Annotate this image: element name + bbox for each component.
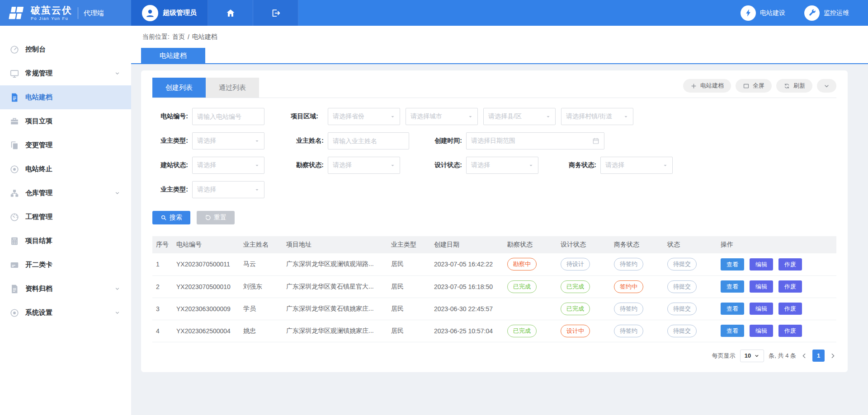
- status-badge: 待提交: [667, 258, 697, 270]
- status-badge: 待提交: [667, 280, 697, 293]
- edit-button[interactable]: 编辑: [750, 303, 773, 315]
- breadcrumb-prefix: 当前位置:: [142, 33, 170, 41]
- edit-button[interactable]: 编辑: [750, 258, 773, 270]
- sidebar-item-system-settings[interactable]: 系统设置: [0, 301, 131, 325]
- caret-down-icon: [546, 114, 551, 119]
- record-icon: [9, 308, 19, 318]
- search-icon: [160, 214, 167, 221]
- chevron-down-icon: [114, 190, 120, 196]
- collapse-button[interactable]: [817, 79, 836, 93]
- sidebar-item-project-settlement[interactable]: 项目结算: [0, 229, 131, 253]
- province-select[interactable]: 请选择省份: [328, 108, 400, 125]
- sidebar-item-project-initiation[interactable]: 项目立项: [0, 109, 131, 133]
- prev-page-button[interactable]: [801, 352, 808, 359]
- void-button[interactable]: 作废: [778, 280, 802, 293]
- card-icon: [9, 260, 19, 270]
- void-button[interactable]: 作废: [778, 325, 802, 337]
- void-button[interactable]: 作废: [778, 303, 802, 315]
- current-page-button[interactable]: 1: [812, 350, 825, 362]
- owner-type2-select[interactable]: 请选择: [192, 181, 264, 198]
- sidebar-item-station-termination[interactable]: 电站终止: [0, 157, 131, 181]
- panel-tabs: 创建列表通过列表: [152, 78, 259, 98]
- edit-button[interactable]: 编辑: [750, 280, 773, 293]
- wrench-icon: [808, 9, 816, 17]
- county-select[interactable]: 请选择县/区: [483, 108, 556, 125]
- reset-button[interactable]: 重置: [197, 211, 235, 224]
- home-icon: [226, 8, 236, 18]
- view-button[interactable]: 查看: [721, 280, 744, 293]
- create-time-label: 创建时间:: [426, 137, 466, 145]
- edit-button[interactable]: 编辑: [750, 325, 773, 337]
- sidebar-item-change-mgmt[interactable]: 变更管理: [0, 133, 131, 157]
- monitor-icon: [9, 69, 19, 79]
- status-badge: 勘察中: [507, 258, 537, 270]
- view-button[interactable]: 查看: [721, 258, 744, 270]
- column-header: 操作: [717, 236, 836, 253]
- home-button[interactable]: [208, 0, 253, 26]
- sidebar-item-engineering-mgmt[interactable]: 工程管理: [0, 205, 131, 229]
- page-size-select[interactable]: 10: [740, 350, 764, 362]
- sidebar: 控制台常规管理电站建档项目立项变更管理电站终止仓库管理工程管理项目结算开二类卡资…: [0, 26, 131, 415]
- sidebar-item-console[interactable]: 控制台: [0, 37, 131, 61]
- status-badge: 签约中: [614, 280, 643, 293]
- total-count-label: 条, 共 4 条: [769, 352, 796, 360]
- survey-status-select[interactable]: 请选择: [328, 157, 400, 174]
- breadcrumb-current: 电站建档: [192, 33, 217, 41]
- refresh-button[interactable]: 刷新: [776, 79, 812, 93]
- user-name: 超级管理员: [163, 9, 197, 17]
- survey-status-label: 勘察状态:: [288, 161, 328, 169]
- sidebar-item-type2-card[interactable]: 开二类卡: [0, 253, 131, 277]
- status-badge: 设计中: [561, 325, 590, 337]
- view-button[interactable]: 查看: [721, 325, 744, 337]
- caret-down-icon: [390, 163, 395, 168]
- city-select[interactable]: 请选择城市: [406, 108, 478, 125]
- station-no-input[interactable]: [197, 113, 259, 120]
- sidebar-item-warehouse-mgmt[interactable]: 仓库管理: [0, 181, 131, 205]
- logout-button[interactable]: [253, 0, 298, 26]
- breadcrumb-home-link[interactable]: 首页: [172, 33, 185, 41]
- avatar: [142, 5, 158, 21]
- sidebar-item-station-archive[interactable]: 电站建档: [0, 85, 131, 109]
- caret-down-icon: [255, 187, 259, 192]
- design-status-select[interactable]: 请选择: [466, 157, 538, 174]
- caret-down-icon: [390, 114, 395, 119]
- sidebar-item-general-mgmt[interactable]: 常规管理: [0, 61, 131, 85]
- sidebar-item-data-archive[interactable]: 资料归档: [0, 277, 131, 301]
- reset-icon: [205, 214, 211, 221]
- column-header: 序号: [152, 236, 173, 253]
- brand-subtitle: Po Jian Yun Fu: [31, 17, 72, 21]
- owner-type-select[interactable]: 请选择: [192, 132, 264, 149]
- tab-passed-list[interactable]: 通过列表: [206, 78, 259, 98]
- quick-link-monitor-ops[interactable]: 监控运维: [804, 5, 849, 21]
- search-button[interactable]: 搜索: [152, 211, 190, 224]
- business-status-select[interactable]: 请选择: [600, 157, 673, 174]
- chevron-down-icon: [114, 286, 120, 292]
- status-badge: 待签约: [614, 258, 643, 270]
- business-status-label: 商务状态:: [561, 161, 600, 169]
- new-station-button[interactable]: 电站建档: [683, 79, 731, 93]
- town-select[interactable]: 请选择村镇/街道: [561, 108, 633, 125]
- panel-toolbar: 电站建档全屏刷新: [683, 79, 836, 93]
- void-button[interactable]: 作废: [778, 258, 802, 270]
- date-range-picker[interactable]: 请选择日期范围: [466, 132, 604, 149]
- caret-down-icon: [663, 163, 668, 168]
- chevron-down-icon: [823, 83, 830, 89]
- fullscreen-button[interactable]: 全屏: [736, 79, 772, 93]
- page-tab-station-archive[interactable]: 电站建档: [141, 48, 205, 63]
- quick-link-station-build[interactable]: 电站建设: [741, 5, 785, 21]
- status-badge: 待提交: [667, 325, 697, 337]
- owner-name-input[interactable]: [333, 137, 404, 145]
- caret-down-icon: [468, 114, 473, 119]
- tab-create-list[interactable]: 创建列表: [152, 78, 206, 98]
- calculator-icon: [9, 236, 19, 246]
- user-menu[interactable]: 超级管理员: [131, 0, 208, 26]
- view-button[interactable]: 查看: [721, 303, 744, 315]
- panel-card: 创建列表通过列表 电站建档全屏刷新 电站编号:: [141, 70, 848, 372]
- column-header: 电站编号: [173, 236, 240, 253]
- column-header: 勘察状态: [504, 236, 557, 253]
- status-badge: 已完成: [561, 280, 590, 293]
- filter-form: 电站编号: 项目区域: 请选择省份 请选择城市 请选择县/区 请选择村镇/: [152, 98, 836, 199]
- build-status-select[interactable]: 请选择: [192, 157, 264, 174]
- copy-icon: [9, 140, 19, 150]
- next-page-button[interactable]: [829, 352, 836, 359]
